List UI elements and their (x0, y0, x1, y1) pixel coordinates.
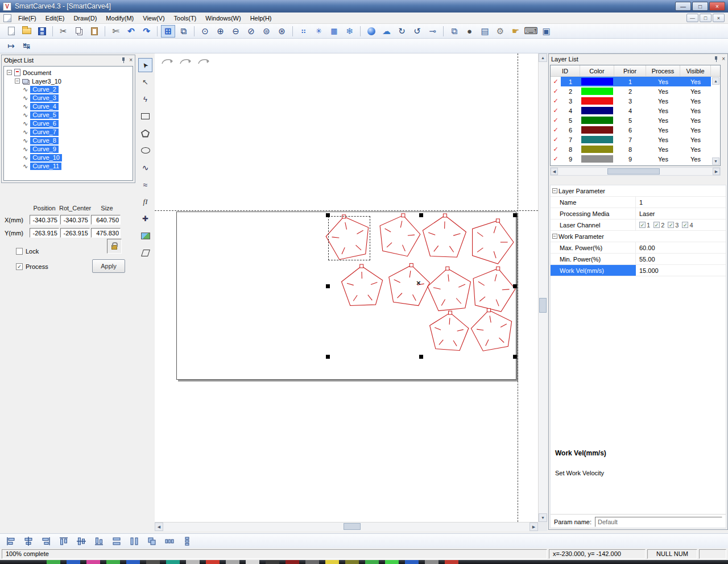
layer-process-cell[interactable]: Yes (646, 154, 680, 164)
layer-row[interactable]: ✓11YesYes (551, 77, 720, 86)
menu-view[interactable]: View(V) (138, 13, 169, 23)
layer-color-cell[interactable] (580, 86, 614, 96)
layer-row[interactable]: ✓22YesYes (551, 86, 720, 96)
layer-visible-cell[interactable]: Yes (680, 125, 711, 135)
space-h-icon[interactable] (163, 536, 176, 547)
pentagon-shape[interactable] (473, 268, 515, 312)
process-checkbox[interactable]: ✓ (16, 263, 23, 270)
scroll-left-icon[interactable]: ◀ (551, 168, 558, 175)
layer-prior-cell[interactable]: 9 (614, 154, 646, 164)
open-icon[interactable] (19, 25, 34, 38)
duplicate-icon[interactable]: ⧉ (447, 25, 461, 38)
space-v-icon[interactable] (181, 536, 193, 547)
align-top-icon[interactable] (57, 536, 70, 547)
layer-color-cell[interactable] (580, 115, 614, 125)
zoom-page-icon[interactable]: ⧉ (176, 25, 191, 38)
mark-ball-icon[interactable]: ● (462, 25, 477, 38)
layer-row[interactable]: ✓66YesYes (551, 125, 720, 135)
selection-handle[interactable] (326, 284, 330, 288)
table-scroll-thumb[interactable] (607, 168, 660, 175)
menu-modify[interactable]: Modify(M) (101, 13, 138, 23)
tree-item-curve[interactable]: ∿Curve_8 (23, 136, 133, 145)
jog-origin-icon[interactable]: ↦ (4, 40, 18, 52)
size-w-input[interactable] (91, 215, 121, 225)
same-height-icon[interactable] (128, 536, 140, 547)
param-value[interactable]: 60.00 (636, 242, 726, 253)
start-node-marker[interactable] (497, 267, 500, 270)
layer-row[interactable]: ✓99YesYes (551, 154, 720, 164)
polyline-tool[interactable]: ϟ (138, 92, 152, 106)
rotate-cw-icon[interactable]: ↻ (395, 25, 409, 38)
menu-edit[interactable]: Edit(E) (41, 13, 69, 23)
same-width-icon[interactable] (110, 536, 123, 547)
menu-help[interactable]: Help(H) (246, 13, 276, 23)
layer-process-cell[interactable]: Yes (646, 96, 680, 106)
align-left-icon[interactable] (5, 536, 17, 547)
layer-row[interactable]: ✓77YesYes (551, 135, 720, 144)
trim-icon[interactable]: ✄ (109, 25, 123, 38)
start-node-marker[interactable] (449, 311, 452, 314)
selection-handle[interactable] (326, 355, 330, 359)
shear-tool[interactable] (138, 246, 152, 260)
document-window-icon[interactable] (3, 14, 11, 22)
layer-color-swatch[interactable] (581, 155, 613, 163)
layer-visible-cell[interactable]: Yes (680, 135, 711, 144)
layer-row[interactable]: ✓55YesYes (551, 115, 720, 125)
taskbar-app-tile[interactable] (226, 560, 239, 564)
rot-center-y-input[interactable] (60, 228, 90, 238)
selection-handle[interactable] (513, 213, 517, 217)
start-node-marker[interactable] (410, 263, 413, 267)
taskbar-app-tile[interactable] (146, 560, 160, 564)
taskbar-app-tile[interactable] (67, 560, 80, 564)
layer-color-cell[interactable] (580, 106, 614, 115)
taskbar-app-tile[interactable] (286, 560, 299, 564)
tree-item-curve[interactable]: ∿Curve_4 (23, 102, 133, 111)
column-prior[interactable]: Prior (614, 65, 646, 76)
layer-visible-cell[interactable]: Yes (680, 77, 711, 86)
sphere-icon[interactable] (364, 25, 378, 38)
layer-id-cell[interactable]: 1 (561, 77, 580, 86)
layer-enabled-check-icon[interactable]: ✓ (553, 88, 558, 95)
zoom-select-icon[interactable]: ⊜ (259, 25, 274, 38)
pentagon-shape[interactable] (471, 310, 511, 351)
layer-id-cell[interactable]: 6 (561, 125, 580, 135)
align-center-v-icon[interactable] (75, 536, 88, 547)
collapse-icon[interactable]: − (15, 78, 20, 84)
layer-visible-cell[interactable]: Yes (680, 144, 711, 154)
layer-enabled-check-icon[interactable]: ✓ (553, 107, 558, 114)
monitor-icon[interactable]: ▣ (539, 25, 553, 38)
table-scroll-down-icon[interactable]: ▼ (712, 157, 719, 165)
layer-color-swatch[interactable] (581, 126, 613, 134)
layer-row[interactable]: ✓44YesYes (551, 106, 720, 115)
layer-color-swatch[interactable] (581, 88, 613, 95)
layer-color-cell[interactable] (580, 125, 614, 135)
pin-icon[interactable] (714, 56, 719, 62)
layer-prior-cell[interactable]: 2 (614, 86, 646, 96)
param-value[interactable]: 15.000 (636, 265, 726, 276)
keyboard-icon[interactable]: ⌨ (524, 25, 538, 38)
taskbar-app-tile[interactable] (106, 560, 120, 564)
ellipse-tool[interactable] (138, 143, 152, 157)
polygon-tool[interactable] (138, 126, 152, 140)
lock-button[interactable] (107, 239, 122, 254)
maximize-button[interactable]: □ (692, 2, 708, 11)
layer-prior-cell[interactable]: 8 (614, 144, 646, 154)
position-x-input[interactable] (30, 215, 59, 225)
scroll-right-icon[interactable]: ▶ (530, 522, 538, 531)
layer-enabled-check-icon[interactable]: ✓ (553, 155, 558, 163)
move-tool[interactable]: ✚ (138, 212, 152, 226)
taskbar-app-tile[interactable] (206, 560, 220, 564)
cut-icon[interactable]: ✂ (56, 25, 71, 38)
windows-taskbar[interactable] (0, 560, 728, 564)
taskbar-app-tile[interactable] (445, 560, 458, 564)
layer-prior-cell[interactable]: 6 (614, 125, 646, 135)
snow-icon[interactable]: ❄ (342, 25, 357, 38)
pin-icon[interactable] (121, 57, 126, 63)
new-icon[interactable] (4, 25, 18, 38)
taskbar-app-tile[interactable] (345, 560, 359, 564)
layer-color-cell[interactable] (580, 96, 614, 106)
layer-color-cell[interactable] (580, 154, 614, 164)
taskbar-app-tile[interactable] (325, 560, 339, 564)
apply-button[interactable]: Apply (92, 259, 125, 273)
tree-item-curve[interactable]: ∿Curve_7 (23, 128, 133, 136)
